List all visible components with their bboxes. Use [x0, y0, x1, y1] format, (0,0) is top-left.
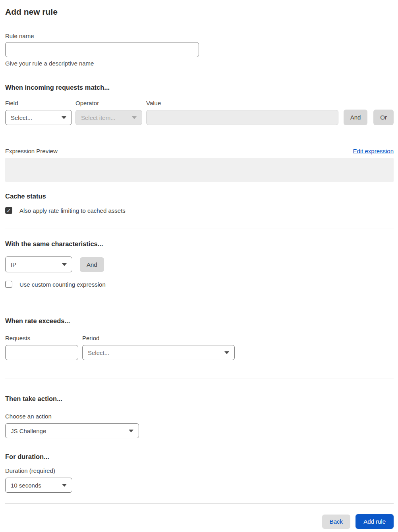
custom-counting-checkbox-label[interactable]: Use custom counting expression: [19, 281, 106, 288]
characteristics-heading: With the same characteristics...: [5, 240, 394, 248]
operator-select-value: Select item...: [81, 114, 116, 121]
page-title: Add new rule: [5, 7, 394, 17]
operator-select: Select item...: [75, 110, 142, 125]
requests-label: Requests: [5, 335, 78, 341]
choose-action-label: Choose an action: [5, 413, 394, 420]
back-button[interactable]: Back: [322, 515, 350, 529]
add-rule-button[interactable]: Add rule: [355, 514, 394, 529]
duration-heading: For duration...: [5, 453, 394, 461]
characteristic-select[interactable]: IP: [5, 256, 72, 272]
edit-expression-link[interactable]: Edit expression: [353, 148, 394, 154]
duration-select-value: 10 seconds: [11, 482, 41, 489]
rate-exceeds-heading: When rate exceeds...: [5, 317, 394, 325]
rule-name-help: Give your rule a descriptive name: [5, 60, 394, 67]
duration-select[interactable]: 10 seconds: [5, 478, 72, 493]
checkmark-icon: ✓: [7, 208, 11, 213]
action-select[interactable]: JS Challenge: [5, 423, 139, 438]
period-label: Period: [82, 335, 235, 341]
take-action-heading: Then take action...: [5, 395, 394, 403]
field-select[interactable]: Select...: [5, 110, 72, 125]
cache-status-checkbox-row: ✓ Also apply rate limiting to cached ass…: [5, 207, 394, 214]
period-column: Period Select...: [82, 335, 235, 360]
section-divider: [5, 229, 394, 229]
chevron-down-icon: [62, 484, 67, 487]
footer-actions: Back Add rule: [5, 514, 394, 529]
match-criteria-row: Field Select... Operator Select item... …: [5, 100, 394, 125]
duration-label: Duration (required): [5, 467, 394, 474]
cached-assets-checkbox-label[interactable]: Also apply rate limiting to cached asset…: [19, 207, 126, 214]
rule-name-input[interactable]: [5, 42, 199, 57]
value-column: Value: [146, 100, 338, 125]
chevron-down-icon: [62, 263, 67, 266]
and-button[interactable]: And: [344, 110, 368, 125]
action-select-value: JS Challenge: [11, 428, 46, 434]
characteristics-and-button[interactable]: And: [80, 257, 104, 272]
operator-label: Operator: [75, 100, 142, 106]
value-input: [146, 110, 338, 125]
cached-assets-checkbox[interactable]: ✓: [5, 207, 12, 214]
footer-divider: [5, 503, 394, 504]
rate-row: Requests Period Select...: [5, 335, 394, 360]
characteristic-select-value: IP: [11, 261, 16, 268]
section-divider: [5, 378, 394, 378]
match-section-heading: When incoming requests match...: [5, 83, 394, 91]
period-select-value: Select...: [88, 349, 109, 356]
expression-preview-box: [5, 158, 394, 182]
characteristics-row: IP And: [5, 256, 394, 272]
rule-name-label: Rule name: [5, 33, 394, 39]
custom-counting-checkbox[interactable]: [5, 281, 12, 288]
chevron-down-icon: [224, 351, 229, 354]
requests-input[interactable]: [5, 345, 78, 360]
cache-status-heading: Cache status: [5, 192, 394, 200]
expression-preview-header: Expression Preview Edit expression: [5, 148, 394, 154]
field-column: Field Select...: [5, 100, 72, 125]
chevron-down-icon: [62, 116, 66, 119]
chevron-down-icon: [132, 116, 137, 119]
expression-preview-label: Expression Preview: [5, 148, 58, 154]
period-select[interactable]: Select...: [82, 345, 235, 360]
chevron-down-icon: [129, 430, 133, 432]
value-label: Value: [146, 100, 338, 106]
counting-expression-checkbox-row: Use custom counting expression: [5, 281, 394, 288]
field-label: Field: [5, 100, 72, 106]
or-button[interactable]: Or: [373, 110, 394, 125]
section-divider: [5, 302, 394, 302]
rule-name-block: Rule name Give your rule a descriptive n…: [5, 33, 394, 67]
field-select-value: Select...: [11, 114, 32, 121]
add-rule-form: Add new rule Rule name Give your rule a …: [0, 0, 398, 529]
requests-column: Requests: [5, 335, 78, 360]
operator-column: Operator Select item...: [75, 100, 142, 125]
